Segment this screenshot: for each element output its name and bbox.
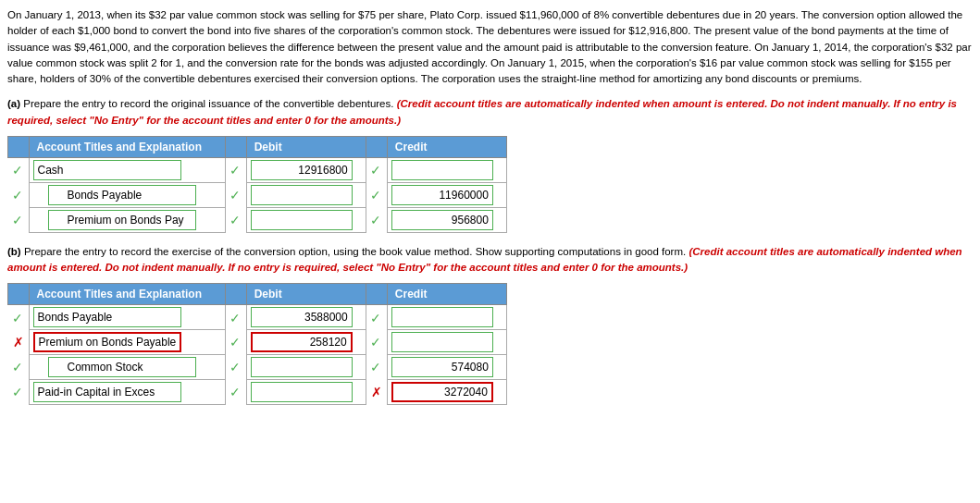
checkmark-icon: ✓ bbox=[12, 311, 23, 325]
check-cell-3: ✗ bbox=[366, 380, 387, 405]
debit-cell bbox=[246, 330, 366, 355]
part-a-description: Prepare the entry to record the original… bbox=[23, 98, 396, 109]
account-input[interactable] bbox=[48, 210, 196, 230]
credit-cell bbox=[387, 182, 506, 207]
credit-input[interactable] bbox=[391, 307, 493, 327]
col-debit-a: Debit bbox=[246, 136, 366, 157]
check-cell-2: ✓ bbox=[225, 380, 246, 405]
debit-input[interactable] bbox=[251, 357, 353, 377]
account-cell bbox=[29, 305, 225, 330]
debit-input[interactable] bbox=[251, 382, 353, 402]
check-cell-2: ✓ bbox=[225, 355, 246, 380]
col-check3-a bbox=[366, 136, 387, 157]
table-row: ✓ ✓ ✓ bbox=[8, 182, 507, 207]
account-input[interactable] bbox=[48, 185, 196, 205]
checkmark-icon-2: ✓ bbox=[229, 163, 241, 178]
debit-cell bbox=[246, 305, 366, 330]
account-input[interactable] bbox=[33, 382, 181, 402]
debit-input[interactable] bbox=[251, 307, 353, 327]
credit-input[interactable] bbox=[391, 357, 493, 377]
checkmark-icon-2: ✓ bbox=[229, 335, 241, 350]
check-cell-2: ✓ bbox=[225, 182, 246, 207]
part-a-section: (a) Prepare the entry to record the orig… bbox=[7, 96, 973, 233]
col-account-b: Account Titles and Explanation bbox=[29, 284, 225, 305]
check-cell: ✓ bbox=[8, 355, 30, 380]
checkmark-icon-2: ✓ bbox=[229, 188, 241, 202]
col-check2-b bbox=[225, 284, 246, 305]
check-cell-3: ✓ bbox=[366, 207, 387, 232]
check-cell-2: ✓ bbox=[225, 157, 246, 182]
credit-input[interactable] bbox=[391, 185, 493, 205]
check-cell-2: ✓ bbox=[225, 330, 246, 355]
check-cell-2: ✓ bbox=[225, 207, 246, 232]
credit-input[interactable] bbox=[391, 160, 493, 180]
checkmark-icon: ✓ bbox=[12, 163, 23, 178]
account-cell bbox=[29, 182, 225, 207]
account-input[interactable] bbox=[33, 160, 181, 180]
col-account-a: Account Titles and Explanation bbox=[29, 136, 225, 157]
part-b-description: Prepare the entry to record the exercise… bbox=[24, 246, 689, 257]
checkmark-icon-2: ✓ bbox=[229, 385, 241, 399]
check-cell-3: ✓ bbox=[366, 305, 387, 330]
credit-cell bbox=[387, 380, 506, 405]
account-cell bbox=[29, 207, 225, 232]
check-cell: ✓ bbox=[8, 380, 30, 405]
part-b-section: (b) Prepare the entry to record the exer… bbox=[7, 244, 973, 406]
debit-input[interactable] bbox=[251, 160, 353, 180]
col-credit-b: Credit bbox=[387, 284, 506, 305]
col-check3-b bbox=[366, 284, 387, 305]
debit-input[interactable] bbox=[251, 332, 353, 352]
x-icon: ✗ bbox=[371, 385, 382, 399]
part-a-part-label: (a) bbox=[7, 98, 20, 109]
checkmark-icon-2: ✓ bbox=[229, 213, 241, 227]
checkmark-icon: ✓ bbox=[12, 360, 23, 374]
checkmark-icon: ✓ bbox=[12, 385, 23, 399]
credit-input[interactable] bbox=[391, 210, 493, 230]
table-row: ✓ ✓ ✓ bbox=[8, 355, 507, 380]
debit-cell bbox=[246, 157, 366, 182]
table-row: ✗ ✓ ✓ bbox=[8, 330, 507, 355]
col-debit-b: Debit bbox=[246, 284, 366, 305]
check-cell: ✓ bbox=[8, 207, 30, 232]
credit-input[interactable] bbox=[391, 332, 493, 352]
account-input[interactable] bbox=[33, 307, 181, 327]
check-cell-3: ✓ bbox=[366, 182, 387, 207]
debit-cell bbox=[246, 355, 366, 380]
col-check2-a bbox=[225, 136, 246, 157]
credit-input[interactable] bbox=[391, 382, 493, 402]
part-b-label: (b) Prepare the entry to record the exer… bbox=[7, 244, 973, 276]
checkmark-icon-2: ✓ bbox=[229, 360, 241, 374]
account-cell bbox=[29, 380, 225, 405]
check-cell-3: ✓ bbox=[366, 330, 387, 355]
col-check-b bbox=[8, 284, 30, 305]
account-input[interactable] bbox=[33, 332, 181, 352]
debit-cell bbox=[246, 182, 366, 207]
part-a-label: (a) Prepare the entry to record the orig… bbox=[7, 96, 973, 129]
check-cell: ✓ bbox=[8, 157, 30, 182]
credit-cell bbox=[387, 330, 506, 355]
credit-cell bbox=[387, 207, 506, 232]
credit-cell bbox=[387, 157, 506, 182]
check-cell: ✗ bbox=[8, 330, 30, 355]
checkmark-icon-3: ✓ bbox=[370, 163, 381, 178]
table-row: ✓ ✓ ✓ bbox=[8, 157, 507, 182]
checkmark-icon-2: ✓ bbox=[229, 311, 241, 325]
part-b-part-label: (b) bbox=[7, 246, 21, 257]
checkmark-icon-3: ✓ bbox=[370, 335, 381, 350]
check-cell: ✓ bbox=[8, 182, 30, 207]
account-input[interactable] bbox=[48, 357, 196, 377]
checkmark-icon-3: ✓ bbox=[370, 360, 381, 374]
account-cell bbox=[29, 355, 225, 380]
checkmark-icon-3: ✓ bbox=[370, 213, 381, 227]
col-credit-a: Credit bbox=[387, 136, 506, 157]
check-cell-2: ✓ bbox=[225, 305, 246, 330]
col-check-a bbox=[8, 136, 30, 157]
debit-input[interactable] bbox=[251, 210, 353, 230]
part-b-table: Account Titles and Explanation Debit Cre… bbox=[7, 283, 507, 405]
check-cell: ✓ bbox=[8, 305, 30, 330]
check-cell-3: ✓ bbox=[366, 355, 387, 380]
debit-input[interactable] bbox=[251, 185, 353, 205]
debit-cell bbox=[246, 380, 366, 405]
check-cell-3: ✓ bbox=[366, 157, 387, 182]
account-cell bbox=[29, 157, 225, 182]
